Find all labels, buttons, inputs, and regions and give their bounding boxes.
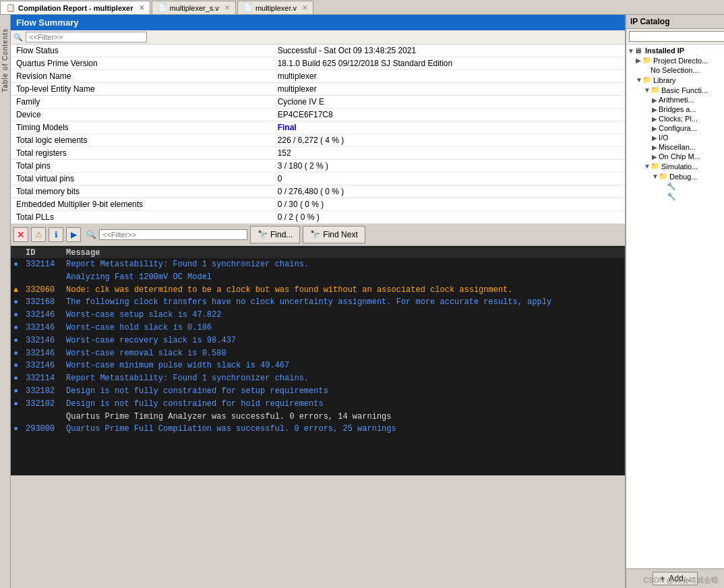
tree-expand-icon[interactable]: ▶ <box>652 144 659 151</box>
summary-label: Top-level Entity Name <box>11 83 272 96</box>
ip-tree-item[interactable]: ▼📁Basic Functi... <box>626 85 724 95</box>
ip-tree-item[interactable]: ▶📁Project Directo... <box>626 55 724 65</box>
ip-search <box>626 29 724 45</box>
message-row[interactable]: ▲332060Node: clk was determined to be a … <box>11 284 625 297</box>
extra-filter-btn[interactable]: ▶ <box>66 227 81 242</box>
message-row[interactable]: ●332146Worst-case setup slack is 47.822 <box>11 309 625 322</box>
message-row[interactable]: ●332146Worst-case minimum pulse width sl… <box>11 359 625 372</box>
message-row[interactable]: ●332102Design is not fully constrained f… <box>11 398 625 411</box>
summary-value: 18.1.0 Build 625 09/12/2018 SJ Standard … <box>272 57 625 70</box>
summary-value: Successful - Sat Oct 09 13:48:25 2021 <box>272 45 625 57</box>
summary-value: 0 / 30 ( 0 % ) <box>272 198 625 211</box>
ip-tree-item[interactable]: ▶Miscellan... <box>626 142 724 152</box>
message-row[interactable]: Analyzing Fast 1200mV OC Model <box>11 271 625 284</box>
tree-expand-icon[interactable]: ▼ <box>644 86 651 94</box>
message-id: 332146 <box>26 348 66 359</box>
message-id: 332146 <box>26 310 66 321</box>
summary-label: Total PLLs <box>11 211 272 224</box>
tree-expand-icon[interactable]: ▶ <box>652 106 659 113</box>
find-next-button[interactable]: 🔭 Find Next <box>303 226 365 243</box>
message-indicator: ● <box>13 322 23 334</box>
tree-expand-icon[interactable]: ▼ <box>636 76 642 84</box>
tree-expand-icon[interactable]: ▶ <box>652 96 659 104</box>
message-row[interactable]: ●332146Worst-case hold slack is 0.186 <box>11 322 625 334</box>
tab-close-icon[interactable]: ✕ <box>139 4 144 11</box>
message-row[interactable]: ●332146Worst-case removal slack is 0.580 <box>11 347 625 360</box>
error-filter-btn[interactable]: ✕ <box>13 227 28 242</box>
ip-tree-item[interactable]: 🔧 <box>626 181 724 192</box>
filter-icon-top: 🔍 <box>13 33 23 42</box>
tab-sv-close-icon[interactable]: ✕ <box>224 4 230 11</box>
ip-tree[interactable]: ▼🖥Installed IP▶📁Project Directo...No Sel… <box>626 45 724 568</box>
ip-tree-item[interactable]: ▶Configura... <box>626 123 724 133</box>
tab-sv-icon: 📄 <box>158 3 167 12</box>
tree-expand-icon[interactable]: ▶ <box>652 125 659 132</box>
ip-tree-item[interactable]: ▶Clocks; Pl... <box>626 114 724 123</box>
tree-item-label: I/O <box>659 134 669 142</box>
summary-label: Total pins <box>11 160 272 173</box>
ip-tree-item[interactable]: ▼📁Library <box>626 75 724 85</box>
main-layout: Table of Contents Flow Summary 🔍 Flow St… <box>0 15 724 588</box>
message-row[interactable]: ●332114Report Metastability: Found 1 syn… <box>11 258 625 271</box>
info-filter-btn[interactable]: ℹ <box>49 227 63 242</box>
col-indicator-header <box>13 248 23 258</box>
ip-tree-item[interactable]: ▶On Chip M... <box>626 152 724 161</box>
summary-label: Device <box>11 109 272 121</box>
right-panel: IP Catalog ▼🖥Installed IP▶📁Project Direc… <box>626 15 724 588</box>
summary-label: Family <box>11 96 272 109</box>
ip-tree-item[interactable]: ▼📁Debug... <box>626 171 724 181</box>
tab-multiplexer-sv[interactable]: 📄 multiplexer_s.v ✕ <box>152 1 236 14</box>
tree-item-label: Installed IP <box>645 47 684 55</box>
message-id: 332168 <box>26 297 66 308</box>
filter-input-msg[interactable] <box>99 229 247 240</box>
tree-expand-icon[interactable]: ▶ <box>636 57 642 64</box>
message-row[interactable]: ●293000Quartus Prime Full Compilation wa… <box>11 423 625 436</box>
message-id: 332146 <box>26 322 66 334</box>
col-id-header: ID <box>26 248 66 258</box>
tree-item-label: Clocks; Pl... <box>659 115 698 123</box>
message-row[interactable]: ●332146Worst-case recovery slack is 98.4… <box>11 334 625 347</box>
ip-tree-item[interactable]: 🔧 <box>626 192 724 202</box>
tree-expand-icon[interactable]: ▶ <box>652 134 659 142</box>
message-row[interactable]: Quartus Prime Timing Analyzer was succes… <box>11 411 625 423</box>
message-text: Design is not fully constrained for setu… <box>66 386 622 397</box>
tree-item-label: No Selection... <box>651 66 699 74</box>
summary-row: DeviceEP4CE6F17C8 <box>11 109 625 121</box>
ip-tree-item[interactable]: ▼📁Simulatio... <box>626 161 724 171</box>
find-button[interactable]: 🔭 Find... <box>250 226 300 243</box>
message-id: 332060 <box>26 285 66 296</box>
message-row[interactable]: ●332168The following clock transfers hav… <box>11 296 625 309</box>
tree-expand-icon[interactable]: ▼ <box>644 163 651 170</box>
message-list[interactable]: ID Message ●332114Report Metastability: … <box>11 246 625 475</box>
message-row[interactable]: ●332102Design is not fully constrained f… <box>11 385 625 398</box>
tree-item-label: Miscellan... <box>659 143 696 151</box>
ip-tree-item[interactable]: ▶Bridges a... <box>626 105 724 114</box>
tree-expand-icon[interactable]: ▶ <box>652 115 659 123</box>
message-text: Quartus Prime Full Compilation was succe… <box>66 423 622 435</box>
ip-tree-item[interactable]: ▼🖥Installed IP <box>626 46 724 55</box>
summary-table: Flow StatusSuccessful - Sat Oct 09 13:48… <box>11 45 625 224</box>
tree-expand-icon[interactable]: ▼ <box>628 47 634 55</box>
tree-expand-icon[interactable]: ▼ <box>652 173 659 180</box>
message-text: Node: clk was determined to be a clock b… <box>66 285 622 296</box>
message-row[interactable]: ●332114Report Metastability: Found 1 syn… <box>11 372 625 385</box>
tree-item-label: Project Directo... <box>653 57 708 65</box>
filter-input-top[interactable] <box>26 32 147 42</box>
ip-tree-item[interactable]: ▶I/O <box>626 133 724 142</box>
tree-expand-icon[interactable]: ▶ <box>652 153 659 160</box>
ip-tree-item[interactable]: ▶Arithmeti... <box>626 95 724 105</box>
ip-search-input[interactable] <box>629 31 724 42</box>
message-indicator: ● <box>13 297 23 308</box>
summary-value: multiplexer <box>272 70 625 83</box>
tab-multiplexer-v[interactable]: 📄 multiplexer.v ✕ <box>237 1 313 14</box>
message-indicator: ● <box>13 360 23 372</box>
summary-row: Revision Namemultiplexer <box>11 70 625 83</box>
tab-sv-label: multiplexer_s.v <box>170 4 219 12</box>
tree-item-label: Library <box>653 76 676 84</box>
tab-v-close-icon[interactable]: ✕ <box>302 4 307 11</box>
tab-compilation-report[interactable]: 📋 Compilation Report - multiplexer ✕ <box>0 1 150 14</box>
flow-summary-title: Flow Summary <box>16 18 78 28</box>
warning-filter-btn[interactable]: ⚠ <box>31 227 46 242</box>
message-indicator: ● <box>13 310 23 321</box>
ip-tree-item[interactable]: No Selection... <box>626 65 724 75</box>
